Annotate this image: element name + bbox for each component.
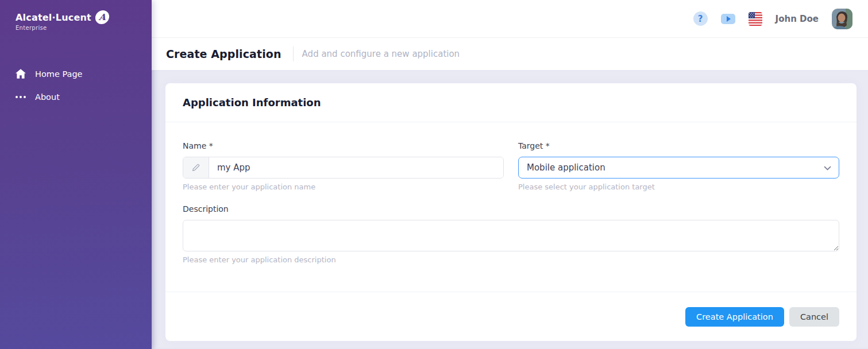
help-icon[interactable]: ? [693, 11, 708, 26]
page-title: Create Application [166, 48, 281, 60]
pencil-icon [183, 157, 209, 178]
title-divider [293, 46, 294, 61]
sidebar: Alcatel·Lucent A Enterprise Home Page Ab… [0, 0, 152, 349]
page-subtitle: Add and configure a new application [302, 49, 460, 59]
cancel-button[interactable]: Cancel [789, 307, 839, 327]
target-field-group: Target * Mobile application Please selec… [518, 141, 839, 191]
description-textarea[interactable] [183, 220, 839, 251]
sidebar-item-home-page[interactable]: Home Page [0, 62, 152, 86]
description-field-group: Description Please enter your applicatio… [183, 204, 839, 264]
user-name[interactable]: John Doe [776, 14, 819, 24]
user-avatar[interactable] [832, 9, 852, 29]
name-label: Name * [183, 141, 504, 150]
page-title-bar: Create Application Add and configure a n… [152, 38, 868, 70]
create-application-button[interactable]: Create Application [685, 307, 784, 327]
sidebar-item-label: Home Page [35, 69, 83, 79]
video-play-icon[interactable] [721, 14, 735, 24]
target-select-value: Mobile application [527, 162, 605, 173]
brand-logo[interactable]: Alcatel·Lucent A Enterprise [0, 0, 152, 31]
name-input-group [183, 157, 504, 179]
content-area: Application Information Name * [152, 70, 868, 349]
main-region: ? John Doe [152, 0, 868, 349]
brand-subtitle: Enterprise [16, 25, 152, 31]
sidebar-item-label: About [35, 92, 60, 102]
card-title: Application Information [183, 96, 321, 108]
application-information-card: Application Information Name * [165, 83, 857, 341]
top-header: ? John Doe [152, 0, 868, 38]
name-input[interactable] [209, 157, 503, 178]
brand-name: Alcatel·Lucent [16, 12, 91, 23]
card-body: Name * Please enter your application nam… [165, 122, 857, 292]
chevron-down-icon [824, 162, 831, 173]
alcatel-lucent-logo-icon: A [95, 10, 110, 24]
us-flag-icon[interactable] [749, 12, 762, 26]
card-footer: Create Application Cancel [165, 292, 857, 341]
target-select[interactable]: Mobile application [518, 157, 839, 179]
target-helper-text: Please select your application target [518, 183, 839, 191]
description-label: Description [183, 204, 839, 214]
card-header: Application Information [165, 83, 857, 122]
name-helper-text: Please enter your application name [183, 183, 504, 191]
sidebar-nav: Home Page About [0, 62, 152, 108]
ellipsis-icon [16, 96, 26, 98]
description-helper-text: Please enter your application descriptio… [183, 255, 839, 264]
name-field-group: Name * Please enter your application nam… [183, 141, 504, 191]
target-label: Target * [518, 141, 839, 150]
home-icon [16, 69, 26, 79]
sidebar-item-about[interactable]: About [0, 86, 152, 108]
